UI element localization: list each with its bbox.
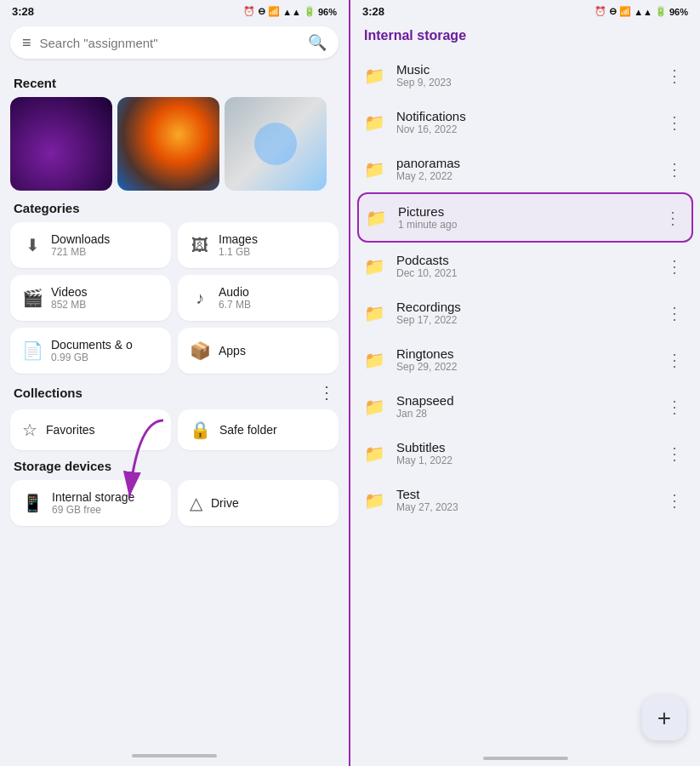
right-home-indicator <box>483 757 568 760</box>
downloads-label: Downloads <box>51 232 110 246</box>
signal-icon: 📶 <box>268 6 280 17</box>
music-date: Sep 9, 2023 <box>396 77 651 89</box>
podcasts-more-icon[interactable]: ⋮ <box>663 256 686 277</box>
category-images[interactable]: 🖼 Images 1.1 GB <box>178 222 339 268</box>
recordings-more-icon[interactable]: ⋮ <box>663 303 686 323</box>
storage-drive[interactable]: △ Drive <box>178 480 339 526</box>
search-bar[interactable]: ≡ 🔍 <box>10 26 339 59</box>
folder-icon-podcasts: 📁 <box>364 256 384 277</box>
categories-header: Categories <box>14 201 339 215</box>
right-status-bar: 3:28 ⏰ ⊖ 📶 ▲▲ 🔋 96% <box>350 0 700 21</box>
category-audio[interactable]: ♪ Audio 6.7 MB <box>178 275 339 321</box>
right-alarm-icon: ⏰ <box>595 6 606 17</box>
collection-favorites[interactable]: ☆ Favorites <box>10 409 171 450</box>
file-panoramas[interactable]: 📁 panoramas May 2, 2022 ⋮ <box>357 146 693 192</box>
videos-size: 852 MB <box>51 299 88 311</box>
folder-icon-ringtones: 📁 <box>364 350 384 370</box>
downloads-size: 721 MB <box>51 246 110 258</box>
left-home-indicator <box>132 754 217 757</box>
category-downloads[interactable]: ⬇ Downloads 721 MB <box>10 222 171 268</box>
snapseed-more-icon[interactable]: ⋮ <box>663 397 686 417</box>
panoramas-more-icon[interactable]: ⋮ <box>663 159 686 180</box>
test-name: Test <box>396 487 651 501</box>
file-notifications[interactable]: 📁 Notifications Nov 16, 2022 ⋮ <box>357 99 693 146</box>
videos-label: Videos <box>51 285 88 299</box>
audio-size: 6.7 MB <box>219 299 251 311</box>
collection-safe-folder[interactable]: 🔒 Safe folder <box>178 409 339 450</box>
dnd-icon: ⊖ <box>258 6 265 17</box>
pictures-date: 1 minute ago <box>398 219 649 231</box>
videos-icon: 🎬 <box>22 288 43 308</box>
podcasts-date: Dec 10, 2021 <box>396 267 651 279</box>
file-podcasts[interactable]: 📁 Podcasts Dec 10, 2021 ⋮ <box>357 243 693 289</box>
search-input[interactable] <box>40 36 299 50</box>
file-ringtones[interactable]: 📁 Ringtones Sep 29, 2022 ⋮ <box>357 336 693 383</box>
panoramas-date: May 2, 2022 <box>396 170 651 182</box>
drive-label: Drive <box>211 496 239 510</box>
file-snapseed[interactable]: 📁 Snapseed Jan 28 ⋮ <box>357 383 693 430</box>
test-more-icon[interactable]: ⋮ <box>663 490 686 511</box>
wifi-icon: ▲▲ <box>282 7 301 17</box>
apps-label: Apps <box>219 344 246 357</box>
category-apps[interactable]: 📦 Apps <box>178 328 339 374</box>
alarm-icon: ⏰ <box>243 6 255 17</box>
folder-icon-notifications: 📁 <box>364 112 384 133</box>
category-videos[interactable]: 🎬 Videos 852 MB <box>10 275 171 321</box>
search-icon[interactable]: 🔍 <box>308 33 327 52</box>
pictures-more-icon[interactable]: ⋮ <box>661 208 685 228</box>
recent-thumb-1[interactable] <box>10 97 112 191</box>
favorites-icon: ☆ <box>22 420 37 440</box>
storage-header: Storage devices <box>14 459 339 473</box>
subtitles-name: Subtitles <box>396 440 651 454</box>
battery-percent: 96% <box>318 7 337 17</box>
notifications-more-icon[interactable]: ⋮ <box>663 112 686 133</box>
ringtones-more-icon[interactable]: ⋮ <box>663 350 686 370</box>
music-more-icon[interactable]: ⋮ <box>663 66 686 86</box>
ringtones-date: Sep 29, 2022 <box>396 361 651 373</box>
recordings-date: Sep 17, 2022 <box>396 314 651 326</box>
file-pictures[interactable]: 📁 Pictures 1 minute ago ⋮ <box>357 192 693 243</box>
left-panel: 3:28 ⏰ ⊖ 📶 ▲▲ 🔋 96% ≡ 🔍 Recent <box>0 0 349 766</box>
folder-icon-recordings: 📁 <box>364 303 384 323</box>
right-panel: 3:28 ⏰ ⊖ 📶 ▲▲ 🔋 96% Internal storage 📁 M… <box>349 0 700 766</box>
right-bottom-bar <box>350 749 700 766</box>
drive-icon: △ <box>190 493 202 513</box>
file-test[interactable]: 📁 Test May 27, 2023 ⋮ <box>357 477 693 523</box>
recent-thumb-2[interactable] <box>117 97 219 191</box>
folder-icon-test: 📁 <box>364 490 384 511</box>
file-recordings[interactable]: 📁 Recordings Sep 17, 2022 ⋮ <box>357 289 693 336</box>
left-bottom-bar <box>0 749 349 766</box>
folder-icon-snapseed: 📁 <box>364 397 384 417</box>
collections-grid: ☆ Favorites 🔒 Safe folder <box>10 409 339 450</box>
storage-internal[interactable]: 📱 Internal storage 69 GB free <box>10 480 171 526</box>
right-dnd-icon: ⊖ <box>609 6 617 17</box>
file-music[interactable]: 📁 Music Sep 9, 2023 ⋮ <box>357 52 693 99</box>
battery-icon: 🔋 <box>304 6 316 17</box>
hamburger-icon[interactable]: ≡ <box>22 34 31 52</box>
file-subtitles[interactable]: 📁 Subtitles May 1, 2022 ⋮ <box>357 430 693 477</box>
subtitles-more-icon[interactable]: ⋮ <box>663 443 686 464</box>
documents-size: 0.99 GB <box>51 352 133 363</box>
left-status-icons: ⏰ ⊖ 📶 ▲▲ 🔋 96% <box>243 6 337 17</box>
right-status-icons: ⏰ ⊖ 📶 ▲▲ 🔋 96% <box>595 6 688 17</box>
fab-add-button[interactable]: + <box>642 696 686 740</box>
folder-icon-pictures: 📁 <box>366 208 386 228</box>
safe-folder-icon: 🔒 <box>190 420 211 440</box>
test-date: May 27, 2023 <box>396 501 651 513</box>
collections-more-icon[interactable]: ⋮ <box>318 382 335 403</box>
folder-icon-subtitles: 📁 <box>364 443 384 464</box>
safe-folder-label: Safe folder <box>219 423 277 437</box>
pictures-name: Pictures <box>398 204 649 219</box>
images-icon: 🖼 <box>190 236 210 255</box>
internal-storage-icon: 📱 <box>22 493 43 513</box>
recent-thumb-3[interactable] <box>225 97 327 191</box>
notifications-date: Nov 16, 2022 <box>396 123 651 135</box>
audio-icon: ♪ <box>190 289 210 308</box>
podcasts-name: Podcasts <box>396 253 651 267</box>
category-documents[interactable]: 📄 Documents & o 0.99 GB <box>10 328 171 374</box>
thumb-light-img <box>225 97 327 191</box>
download-icon: ⬇ <box>22 235 43 255</box>
right-battery-icon: 🔋 <box>655 6 667 17</box>
images-size: 1.1 GB <box>219 246 258 258</box>
recent-header: Recent <box>14 76 339 90</box>
